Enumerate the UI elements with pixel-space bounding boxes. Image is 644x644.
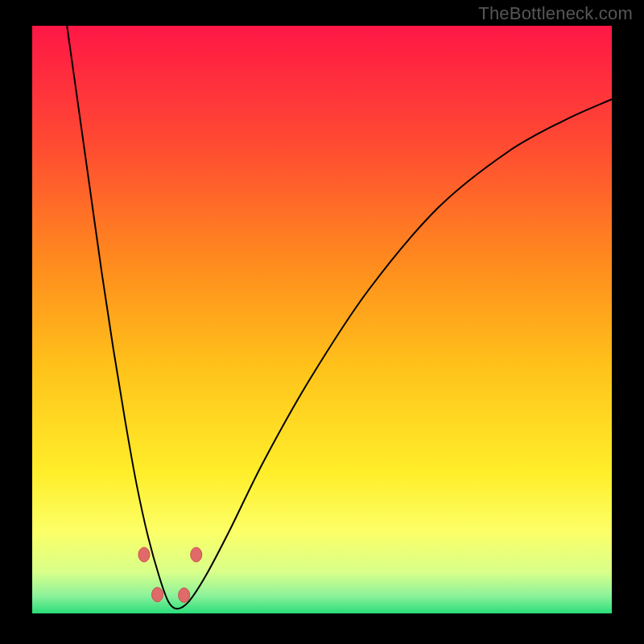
watermark-text: TheBottleneck.com xyxy=(478,3,633,24)
plot-background xyxy=(32,26,612,613)
curve-marker xyxy=(152,588,163,602)
bottleneck-chart xyxy=(0,0,644,644)
curve-marker xyxy=(179,588,190,602)
curve-marker xyxy=(191,547,202,562)
chart-stage: TheBottleneck.com xyxy=(0,0,644,644)
curve-marker xyxy=(138,547,150,562)
